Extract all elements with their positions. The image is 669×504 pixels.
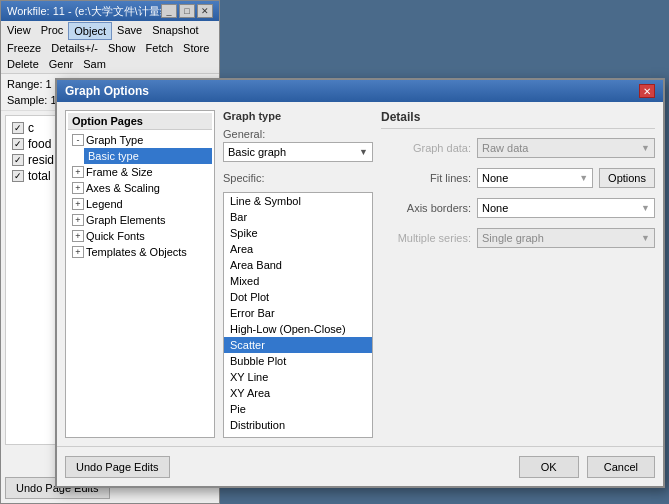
tree-item-legend[interactable]: + Legend <box>68 196 212 212</box>
graph-type-panel: Graph type General: Basic graph ▼ Specif… <box>223 110 373 438</box>
expand-graph-type-icon[interactable]: - <box>72 134 84 146</box>
axis-borders-dropdown[interactable]: None ▼ <box>477 198 655 218</box>
graph-type-item[interactable]: Dot Plot <box>224 289 372 305</box>
axis-borders-value: None <box>482 202 508 214</box>
graph-data-value: Raw data <box>482 142 528 154</box>
graph-data-label: Graph data: <box>381 142 471 154</box>
fit-lines-dropdown[interactable]: None ▼ <box>477 168 593 188</box>
graph-type-list: Line & SymbolBarSpikeAreaArea BandMixedD… <box>223 192 373 438</box>
expand-legend-icon[interactable]: + <box>72 198 84 210</box>
tree-item-axes-scaling[interactable]: + Axes & Scaling <box>68 180 212 196</box>
axis-borders-label: Axis borders: <box>381 202 471 214</box>
ok-button[interactable]: OK <box>519 456 579 478</box>
graph-data-dropdown: Raw data ▼ <box>477 138 655 158</box>
general-dropdown-arrow-icon: ▼ <box>359 147 368 157</box>
graph-type-item[interactable]: Bar <box>224 209 372 225</box>
graph-type-item[interactable]: Error Bar <box>224 305 372 321</box>
workfile-menubar: View Proc Object Save Snapshot Freeze De… <box>1 21 219 74</box>
axis-borders-arrow-icon: ▼ <box>641 203 650 213</box>
graph-type-item[interactable]: Mixed <box>224 273 372 289</box>
workfile-title: Workfile: 11 - (e:\大学文件\计量经济学\11.wf1) <box>7 4 161 19</box>
general-dropdown[interactable]: Basic graph ▼ <box>223 142 373 162</box>
item-resid-checkbox[interactable] <box>12 154 24 166</box>
multiple-series-arrow-icon: ▼ <box>641 233 650 243</box>
multiple-series-label: Multiple series: <box>381 232 471 244</box>
item-food-label: food <box>28 137 51 151</box>
close-button[interactable]: ✕ <box>197 4 213 18</box>
graph-type-item[interactable]: High-Low (Open-Close) <box>224 321 372 337</box>
graph-options-dialog: Graph Options ✕ Option Pages - Graph Typ… <box>55 78 665 488</box>
details-title: Details <box>381 110 655 129</box>
tree-label-frame-size: Frame & Size <box>86 166 153 178</box>
option-pages-title: Option Pages <box>68 113 212 130</box>
maximize-button[interactable]: □ <box>179 4 195 18</box>
menu-view[interactable]: View <box>2 22 36 40</box>
graph-data-row: Graph data: Raw data ▼ <box>381 137 655 159</box>
expand-frame-size-icon[interactable]: + <box>72 166 84 178</box>
graph-type-item[interactable]: Spike <box>224 225 372 241</box>
dialog-title: Graph Options <box>65 84 149 98</box>
expand-templates-icon[interactable]: + <box>72 246 84 258</box>
item-food-checkbox[interactable] <box>12 138 24 150</box>
menu-proc[interactable]: Proc <box>36 22 69 40</box>
options-button[interactable]: Options <box>599 168 655 188</box>
graph-type-item[interactable]: Distribution <box>224 417 372 433</box>
menu-object[interactable]: Object <box>68 22 112 40</box>
tree-label-quick-fonts: Quick Fonts <box>86 230 145 242</box>
menu-freeze[interactable]: Freeze <box>2 40 46 56</box>
expand-quick-fonts-icon[interactable]: + <box>72 230 84 242</box>
graph-type-item[interactable]: Area Band <box>224 257 372 273</box>
workfile-title-bar: Workfile: 11 - (e:\大学文件\计量经济学\11.wf1) _ … <box>1 1 219 21</box>
item-resid-label: resid <box>28 153 54 167</box>
minimize-button[interactable]: _ <box>161 4 177 18</box>
tree-item-basic-type[interactable]: Basic type <box>84 148 212 164</box>
graph-type-item[interactable]: Bubble Plot <box>224 353 372 369</box>
tree-label-graph-type: Graph Type <box>86 134 143 146</box>
menu-details[interactable]: Details+/- <box>46 40 103 56</box>
menu-store[interactable]: Store <box>178 40 214 56</box>
menu-delete[interactable]: Delete <box>2 56 44 72</box>
tree-item-quick-fonts[interactable]: + Quick Fonts <box>68 228 212 244</box>
graph-type-item[interactable]: XY Area <box>224 385 372 401</box>
multiple-series-row: Multiple series: Single graph ▼ <box>381 227 655 249</box>
title-bar-buttons: _ □ ✕ <box>161 4 213 18</box>
graph-data-arrow-icon: ▼ <box>641 143 650 153</box>
tree-item-graph-type[interactable]: - Graph Type <box>68 132 212 148</box>
expand-graph-elements-icon[interactable]: + <box>72 214 84 226</box>
dialog-undo-button[interactable]: Undo Page Edits <box>65 456 170 478</box>
multiple-series-value: Single graph <box>482 232 544 244</box>
tree-item-graph-elements[interactable]: + Graph Elements <box>68 212 212 228</box>
dialog-footer: Undo Page Edits OK Cancel <box>57 446 663 486</box>
graph-type-item[interactable]: Pie <box>224 401 372 417</box>
graph-type-item[interactable]: Line & Symbol <box>224 193 372 209</box>
fit-lines-value: None <box>482 172 508 184</box>
graph-type-item[interactable]: XY Line <box>224 369 372 385</box>
general-label: General: <box>223 128 373 140</box>
footer-right-buttons: OK Cancel <box>519 456 655 478</box>
axis-borders-row: Axis borders: None ▼ <box>381 197 655 219</box>
tree-label-graph-elements: Graph Elements <box>86 214 165 226</box>
tree-item-frame-size[interactable]: + Frame & Size <box>68 164 212 180</box>
menu-snapshot[interactable]: Snapshot <box>147 22 203 40</box>
graph-type-item[interactable]: Area <box>224 241 372 257</box>
graph-type-item[interactable]: Quantile - Quantile <box>224 433 372 438</box>
menu-fetch[interactable]: Fetch <box>141 40 179 56</box>
expand-axes-icon[interactable]: + <box>72 182 84 194</box>
dialog-close-button[interactable]: ✕ <box>639 84 655 98</box>
multiple-series-dropdown: Single graph ▼ <box>477 228 655 248</box>
menu-save[interactable]: Save <box>112 22 147 40</box>
tree-label-basic-type: Basic type <box>88 150 139 162</box>
item-c-checkbox[interactable] <box>12 122 24 134</box>
fit-lines-row: Fit lines: None ▼ Options <box>381 167 655 189</box>
tree-label-legend: Legend <box>86 198 123 210</box>
item-total-checkbox[interactable] <box>12 170 24 182</box>
menu-genr[interactable]: Genr <box>44 56 78 72</box>
tree-item-templates-objects[interactable]: + Templates & Objects <box>68 244 212 260</box>
general-dropdown-value: Basic graph <box>228 146 286 158</box>
menu-show[interactable]: Show <box>103 40 141 56</box>
cancel-button[interactable]: Cancel <box>587 456 655 478</box>
menu-sam[interactable]: Sam <box>78 56 111 72</box>
graph-type-heading: Graph type <box>223 110 373 122</box>
graph-type-item[interactable]: Scatter <box>224 337 372 353</box>
fit-lines-label: Fit lines: <box>381 172 471 184</box>
